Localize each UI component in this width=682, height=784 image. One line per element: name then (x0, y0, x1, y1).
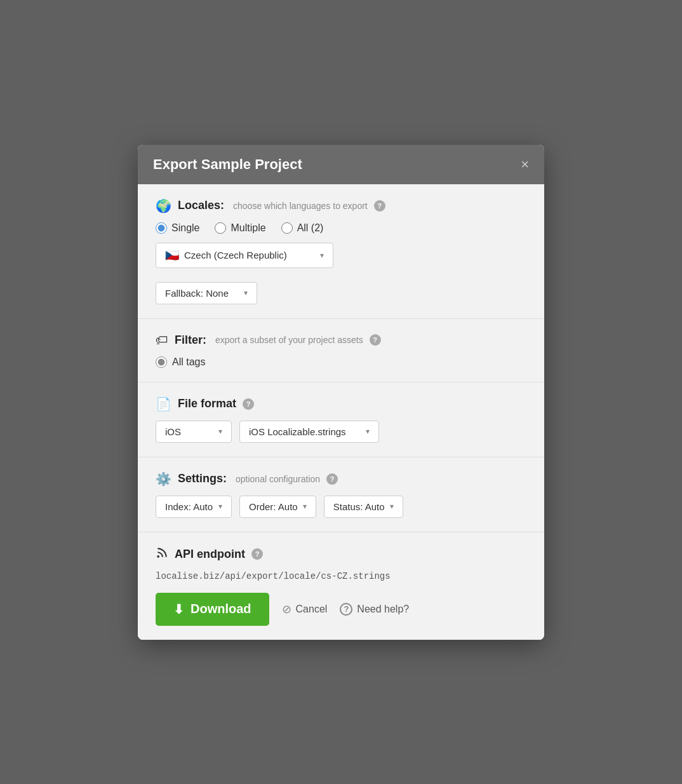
index-dropdown-arrow: ▾ (218, 502, 222, 511)
api-endpoint-title: API endpoint (175, 548, 245, 561)
locale-flag: 🇨🇿 (165, 248, 179, 262)
status-label: Status: Auto (333, 501, 385, 512)
format-dropdown[interactable]: iOS Localizable.strings ▾ (239, 421, 379, 443)
filter-help-icon[interactable]: ? (370, 334, 381, 346)
radio-multiple[interactable]: Multiple (215, 222, 265, 234)
all-tags-radio[interactable] (156, 356, 167, 368)
help-label: Need help? (357, 604, 409, 615)
status-dropdown-arrow: ▾ (390, 502, 394, 511)
radio-single[interactable]: Single (156, 222, 199, 234)
filter-title: Filter: (175, 334, 206, 347)
format-row: iOS ▾ iOS Localizable.strings ▾ (156, 421, 526, 443)
settings-title: Settings: (178, 472, 227, 485)
file-icon: 📄 (156, 396, 171, 412)
radio-all[interactable]: All (2) (281, 222, 324, 234)
cancel-icon: ⊘ (282, 602, 291, 616)
order-dropdown[interactable]: Order: Auto ▾ (239, 496, 316, 518)
all-tags-label: All tags (172, 356, 205, 368)
settings-header: ⚙️ Settings: optional configuration ? (156, 471, 526, 487)
locale-dropdown-arrow: ▾ (320, 251, 324, 260)
svg-point-0 (157, 556, 159, 557)
locale-dropdown-value: Czech (Czech Republic) (184, 250, 287, 260)
export-modal: Export Sample Project × 🌍 Locales: choos… (138, 145, 544, 640)
file-format-title: File format (178, 397, 236, 410)
radio-all-label: All (2) (297, 222, 324, 234)
api-endpoint-url: localise.biz/api/export/locale/cs-CZ.str… (156, 571, 526, 581)
file-format-header: 📄 File format ? (156, 396, 526, 412)
fallback-label: Fallback: None (165, 288, 229, 299)
footer-actions: ⬇ Download ⊘ Cancel ? Need help? (156, 593, 526, 626)
cancel-label: Cancel (296, 604, 328, 615)
platform-dropdown[interactable]: iOS ▾ (156, 421, 232, 443)
settings-subtitle: optional configuration (236, 474, 320, 484)
filter-header: 🏷 Filter: export a subset of your projec… (156, 333, 526, 348)
fallback-dropdown[interactable]: Fallback: None ▾ (156, 282, 257, 304)
radio-multiple-input[interactable] (215, 222, 226, 234)
api-endpoint-header: API endpoint ? (156, 546, 526, 562)
api-endpoint-help-icon[interactable]: ? (251, 548, 263, 560)
order-label: Order: Auto (249, 501, 298, 512)
platform-dropdown-value: iOS (165, 426, 181, 437)
radio-all-input[interactable] (281, 222, 293, 234)
cancel-button[interactable]: ⊘ Cancel (282, 602, 328, 616)
file-format-help-icon[interactable]: ? (243, 398, 254, 410)
index-label: Index: Auto (165, 501, 213, 512)
settings-row: Index: Auto ▾ Order: Auto ▾ Status: Auto… (156, 496, 526, 518)
locales-help-icon[interactable]: ? (374, 200, 385, 212)
radio-multiple-label: Multiple (231, 222, 265, 234)
settings-section: ⚙️ Settings: optional configuration ? In… (138, 457, 544, 532)
locales-subtitle: choose which languages to export (233, 201, 368, 211)
globe-icon: 🌍 (156, 198, 171, 213)
download-label: Download (191, 602, 251, 616)
order-dropdown-arrow: ▾ (303, 502, 307, 511)
status-dropdown[interactable]: Status: Auto ▾ (324, 496, 403, 518)
file-format-section: 📄 File format ? iOS ▾ iOS Localizable.st… (138, 382, 544, 457)
format-dropdown-arrow: ▾ (366, 427, 370, 436)
modal-header: Export Sample Project × (138, 145, 544, 184)
help-circle-icon: ? (340, 603, 352, 616)
tag-icon: 🏷 (156, 333, 168, 348)
modal-title: Export Sample Project (153, 156, 302, 173)
download-button[interactable]: ⬇ Download (156, 593, 269, 626)
locale-dropdown[interactable]: 🇨🇿 Czech (Czech Republic) ▾ (156, 243, 333, 268)
modal-overlay: Export Sample Project × 🌍 Locales: choos… (0, 0, 682, 784)
modal-body: 🌍 Locales: choose which languages to exp… (138, 184, 544, 640)
download-icon: ⬇ (173, 602, 184, 617)
index-dropdown[interactable]: Index: Auto ▾ (156, 496, 232, 518)
radio-single-label: Single (171, 222, 199, 234)
locales-section: 🌍 Locales: choose which languages to exp… (138, 184, 544, 319)
locale-radio-group: Single Multiple All (2) (156, 222, 526, 234)
filter-subtitle: export a subset of your project assets (215, 335, 363, 345)
api-endpoint-section: API endpoint ? localise.biz/api/export/l… (138, 532, 544, 640)
radio-single-input[interactable] (156, 222, 167, 234)
locales-header: 🌍 Locales: choose which languages to exp… (156, 198, 526, 213)
format-dropdown-value: iOS Localizable.strings (249, 426, 346, 437)
platform-dropdown-arrow: ▾ (218, 427, 222, 436)
gear-icon: ⚙️ (156, 471, 171, 487)
filter-section: 🏷 Filter: export a subset of your projec… (138, 319, 544, 382)
rss-icon (156, 546, 168, 562)
settings-help-icon[interactable]: ? (326, 473, 338, 485)
locales-title: Locales: (178, 199, 224, 212)
fallback-dropdown-arrow: ▾ (244, 288, 248, 297)
all-tags-row: All tags (156, 356, 526, 368)
close-button[interactable]: × (521, 158, 529, 172)
need-help-button[interactable]: ? Need help? (340, 603, 409, 616)
